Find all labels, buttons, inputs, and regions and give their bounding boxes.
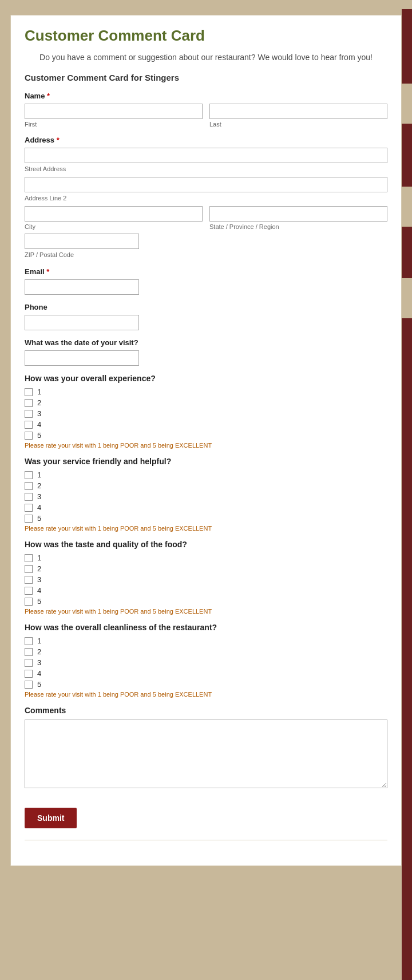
cleanliness-checkbox-5[interactable] [25, 681, 33, 689]
cleanliness-checkbox-2[interactable] [25, 648, 33, 656]
comments-label: Comments [25, 706, 387, 715]
food-quality-label: How was the taste and quality of the foo… [25, 540, 387, 549]
form-subtitle: Do you have a comment or suggestion abou… [25, 52, 387, 64]
overall-rating-2[interactable]: 2 [25, 398, 387, 407]
address-line2-col: Address Line 2 [25, 177, 387, 203]
cleanliness-rating-3[interactable]: 3 [25, 658, 387, 667]
address-field-group: Address * Street Address Address Line 2 [25, 136, 387, 259]
state-col: State / Province / Region [209, 206, 387, 230]
address-label: Address * [25, 136, 387, 144]
overall-checkbox-2[interactable] [25, 399, 33, 407]
overall-rating-5[interactable]: 5 [25, 431, 387, 440]
service-checkbox-5[interactable] [25, 515, 33, 523]
food-checkbox-3[interactable] [25, 576, 33, 584]
cleanliness-checkbox-3[interactable] [25, 659, 33, 667]
zip-input[interactable] [25, 234, 139, 249]
overall-experience-label: How was your overall experience? [25, 374, 387, 383]
cleanliness-rating-4[interactable]: 4 [25, 669, 387, 678]
service-checkbox-1[interactable] [25, 471, 33, 479]
sidebar-bar-1 [402, 9, 412, 84]
overall-rating-3[interactable]: 3 [25, 409, 387, 418]
overall-rating-1[interactable]: 1 [25, 388, 387, 396]
form-section-title: Customer Comment Card for Stingers [25, 73, 387, 82]
service-checkbox-3[interactable] [25, 493, 33, 501]
first-name-input[interactable] [25, 104, 203, 119]
food-checkbox-1[interactable] [25, 554, 33, 562]
overall-experience-options: 1 2 3 4 5 [25, 388, 387, 440]
submit-button[interactable]: Submit [25, 808, 77, 828]
cleanliness-label: How was the overall cleanliness of the r… [25, 623, 387, 632]
comment-form: Name * First Last Address * [25, 92, 387, 828]
food-checkbox-2[interactable] [25, 565, 33, 573]
cleanliness-group: How was the overall cleanliness of the r… [25, 623, 387, 698]
cleanliness-rating-5[interactable]: 5 [25, 680, 387, 689]
food-checkbox-4[interactable] [25, 587, 33, 595]
visit-date-input[interactable] [25, 350, 139, 366]
cleanliness-rating-hint: Please rate your visit with 1 being POOR… [25, 691, 387, 698]
sidebar-bar-2 [402, 84, 412, 124]
street-address-input[interactable] [25, 148, 387, 163]
page-wrapper: Customer Comment Card Do you have a comm… [0, 9, 412, 980]
cleanliness-options: 1 2 3 4 5 [25, 637, 387, 689]
name-field-group: Name * First Last [25, 92, 387, 128]
email-input[interactable] [25, 279, 139, 295]
city-input[interactable] [25, 206, 203, 222]
street-address-col: Street Address [25, 148, 387, 173]
service-rating-4[interactable]: 4 [25, 503, 387, 512]
email-field-group: Email * [25, 267, 387, 295]
overall-checkbox-4[interactable] [25, 421, 33, 429]
service-checkbox-4[interactable] [25, 504, 33, 512]
address-line2-input[interactable] [25, 177, 387, 192]
state-input[interactable] [209, 206, 387, 222]
food-quality-group: How was the taste and quality of the foo… [25, 540, 387, 615]
overall-checkbox-5[interactable] [25, 432, 33, 440]
comments-textarea[interactable] [25, 720, 387, 788]
phone-input[interactable] [25, 315, 139, 330]
overall-rating-hint: Please rate your visit with 1 being POOR… [25, 442, 387, 449]
sidebar-bar-3 [402, 124, 412, 187]
visit-date-field-group: What was the date of your visit? [25, 338, 387, 366]
visit-date-label: What was the date of your visit? [25, 338, 387, 347]
phone-label: Phone [25, 303, 387, 311]
sidebar-bar-6 [402, 278, 412, 318]
service-options: 1 2 3 4 5 [25, 471, 387, 523]
sidebar-bar-7 [402, 318, 412, 980]
service-group: Was your service friendly and helpful? 1… [25, 457, 387, 532]
last-name-col: Last [209, 104, 387, 128]
address-fields: Street Address Address Line 2 City [25, 148, 387, 259]
food-rating-hint: Please rate your visit with 1 being POOR… [25, 608, 387, 615]
food-quality-options: 1 2 3 4 5 [25, 554, 387, 606]
name-label: Name * [25, 92, 387, 100]
cleanliness-rating-2[interactable]: 2 [25, 647, 387, 656]
service-rating-2[interactable]: 2 [25, 481, 387, 490]
zip-col: ZIP / Postal Code [25, 234, 139, 259]
address-line2-hint: Address Line 2 [25, 195, 66, 201]
food-rating-4[interactable]: 4 [25, 586, 387, 595]
food-rating-3[interactable]: 3 [25, 575, 387, 584]
food-checkbox-5[interactable] [25, 598, 33, 606]
first-name-col: First [25, 104, 203, 128]
last-name-hint: Last [209, 121, 387, 128]
food-rating-5[interactable]: 5 [25, 597, 387, 606]
service-checkbox-2[interactable] [25, 482, 33, 490]
food-rating-1[interactable]: 1 [25, 554, 387, 562]
comments-group: Comments [25, 706, 387, 791]
service-rating-1[interactable]: 1 [25, 471, 387, 479]
overall-rating-4[interactable]: 4 [25, 420, 387, 429]
service-rating-hint: Please rate your visit with 1 being POOR… [25, 525, 387, 532]
service-rating-3[interactable]: 3 [25, 492, 387, 501]
first-name-hint: First [25, 121, 203, 128]
overall-checkbox-3[interactable] [25, 410, 33, 418]
food-rating-2[interactable]: 2 [25, 564, 387, 573]
last-name-input[interactable] [209, 104, 387, 119]
overall-experience-group: How was your overall experience? 1 2 3 [25, 374, 387, 449]
cleanliness-rating-1[interactable]: 1 [25, 637, 387, 645]
email-label: Email * [25, 267, 387, 276]
page-title: Customer Comment Card [25, 27, 387, 45]
overall-checkbox-1[interactable] [25, 388, 33, 396]
name-row: First Last [25, 104, 387, 128]
service-rating-5[interactable]: 5 [25, 514, 387, 523]
zip-hint: ZIP / Postal Code [25, 251, 74, 258]
cleanliness-checkbox-1[interactable] [25, 637, 33, 645]
cleanliness-checkbox-4[interactable] [25, 670, 33, 678]
